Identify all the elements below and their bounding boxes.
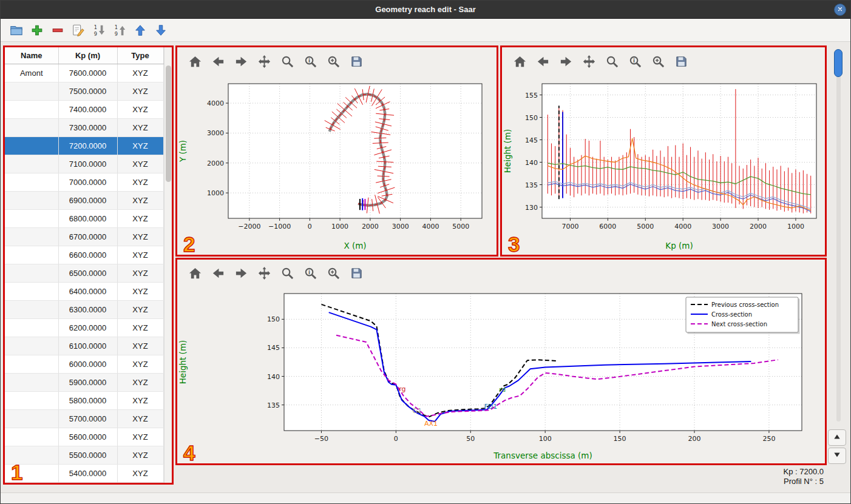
table-row[interactable]: 6800.0000XYZ bbox=[5, 209, 163, 227]
status-kp: Kp : 7200.0 bbox=[632, 467, 824, 477]
zoom-rect-button[interactable] bbox=[325, 52, 341, 70]
table-row[interactable]: 6900.0000XYZ bbox=[5, 191, 163, 209]
forward-icon bbox=[234, 266, 248, 280]
status-profil: Profil N° : 5 bbox=[632, 477, 824, 486]
zoom-button[interactable] bbox=[279, 264, 295, 282]
table-row[interactable]: 5700.0000XYZ bbox=[5, 409, 163, 428]
table-row[interactable]: 6500.0000XYZ bbox=[5, 264, 163, 282]
move-down-button[interactable] bbox=[152, 22, 169, 39]
table-row[interactable]: 7300.0000XYZ bbox=[5, 118, 163, 136]
window-title: Geometry reach edit - Saar bbox=[375, 5, 475, 14]
pan-button[interactable] bbox=[256, 52, 272, 70]
save-button[interactable] bbox=[673, 52, 689, 70]
zoom-info-button[interactable]: i bbox=[302, 264, 318, 282]
add-button[interactable] bbox=[29, 22, 46, 39]
table-row[interactable]: 7500.0000XYZ bbox=[5, 82, 163, 100]
back-button[interactable] bbox=[210, 264, 226, 282]
plan-view-toolbar: i bbox=[177, 47, 497, 75]
column-header-type[interactable]: Type bbox=[117, 47, 163, 64]
table-row[interactable]: 5900.0000XYZ bbox=[5, 373, 163, 391]
svg-text:140: 140 bbox=[525, 159, 538, 167]
save-icon bbox=[350, 55, 364, 69]
move-up-button[interactable] bbox=[132, 22, 149, 39]
table-row[interactable]: 6000.0000XYZ bbox=[5, 355, 163, 373]
triangle-up-icon bbox=[833, 432, 841, 443]
svg-text:4000: 4000 bbox=[674, 223, 691, 230]
table-scrollbar-thumb[interactable] bbox=[166, 66, 171, 182]
back-button[interactable] bbox=[535, 52, 551, 70]
table-row[interactable]: 7400.0000XYZ bbox=[5, 100, 163, 118]
cross-section-chart[interactable]: −50050100150200250135140145150Transverse… bbox=[177, 286, 825, 462]
zoom-info-button[interactable]: i bbox=[302, 52, 318, 70]
table-row[interactable]: 5600.0000XYZ bbox=[5, 428, 163, 446]
back-button[interactable] bbox=[210, 52, 226, 70]
zoom-button[interactable] bbox=[279, 52, 295, 70]
table-row[interactable]: 6100.0000XYZ bbox=[5, 337, 163, 355]
folder-open-button[interactable] bbox=[8, 22, 25, 39]
column-header-name[interactable]: Name bbox=[5, 47, 58, 64]
profiles-table: Name Kp (m) Type Amont7600.0000XYZ7500.0… bbox=[5, 47, 164, 483]
svg-text:1000: 1000 bbox=[331, 223, 348, 230]
svg-text:9: 9 bbox=[94, 31, 97, 37]
forward-button[interactable] bbox=[558, 52, 574, 70]
back-icon bbox=[211, 266, 225, 280]
pan-button[interactable] bbox=[256, 264, 272, 282]
save-button[interactable] bbox=[348, 264, 364, 282]
table-row[interactable]: 6600.0000XYZ bbox=[5, 246, 163, 264]
profile-slider-thumb[interactable] bbox=[834, 49, 843, 77]
svg-text:3000: 3000 bbox=[207, 129, 224, 137]
table-header-row: Name Kp (m) Type bbox=[5, 47, 163, 64]
table-row[interactable]: 7200.0000XYZ bbox=[5, 136, 163, 155]
forward-button[interactable] bbox=[233, 52, 249, 70]
status-lines: Kp : 7200.0 Profil N° : 5 bbox=[632, 467, 824, 486]
table-row[interactable]: 7100.0000XYZ bbox=[5, 155, 163, 173]
back-icon bbox=[536, 55, 550, 69]
zoom-button[interactable] bbox=[604, 52, 620, 70]
home-button[interactable] bbox=[512, 52, 527, 70]
table-row[interactable]: 5400.0000XYZ bbox=[5, 464, 163, 482]
plan-view-chart[interactable]: −2000−1000010002000300040005000100020003… bbox=[177, 75, 497, 252]
next-profile-button[interactable] bbox=[828, 448, 846, 464]
svg-text:rg: rg bbox=[399, 385, 405, 393]
sort-descending-button[interactable]: 19 bbox=[111, 22, 128, 39]
svg-text:135: 135 bbox=[267, 402, 280, 409]
svg-text:1: 1 bbox=[94, 24, 97, 30]
svg-text:i: i bbox=[308, 269, 310, 275]
previous-profile-button[interactable] bbox=[828, 429, 846, 446]
long-profile-chart[interactable]: 7000600050004000300020001000130135140145… bbox=[502, 75, 825, 252]
profile-slider-track[interactable] bbox=[836, 49, 841, 422]
pan-button[interactable] bbox=[581, 52, 597, 70]
zoom-rect-button[interactable] bbox=[325, 264, 341, 282]
table-row[interactable]: 5800.0000XYZ bbox=[5, 391, 163, 409]
edit-button[interactable] bbox=[70, 22, 87, 39]
home-button[interactable] bbox=[187, 264, 203, 282]
zoom-rect-button[interactable] bbox=[650, 52, 666, 70]
zoom-rect-icon bbox=[651, 55, 665, 69]
svg-text:155: 155 bbox=[525, 92, 538, 99]
table-row[interactable]: 6200.0000XYZ bbox=[5, 318, 163, 337]
save-button[interactable] bbox=[348, 52, 364, 70]
svg-text:150: 150 bbox=[614, 435, 626, 443]
table-row[interactable]: 6700.0000XYZ bbox=[5, 227, 163, 246]
table-row[interactable]: 5500.0000XYZ bbox=[5, 446, 163, 464]
table-scrollbar[interactable] bbox=[164, 47, 172, 483]
zoom-info-icon: i bbox=[303, 55, 317, 69]
zoom-info-button[interactable]: i bbox=[627, 52, 643, 70]
table-row[interactable]: 6300.0000XYZ bbox=[5, 300, 163, 318]
close-button[interactable] bbox=[834, 4, 846, 16]
svg-text:Transverse abscissa (m): Transverse abscissa (m) bbox=[493, 451, 592, 460]
table-row[interactable]: Amont7600.0000XYZ bbox=[5, 64, 163, 82]
svg-text:Previous cross-section: Previous cross-section bbox=[711, 301, 779, 308]
table-row[interactable]: 7000.0000XYZ bbox=[5, 173, 163, 191]
column-header-kp[interactable]: Kp (m) bbox=[58, 47, 117, 64]
home-button[interactable] bbox=[187, 52, 203, 70]
home-icon bbox=[513, 55, 527, 69]
svg-text:FD1: FD1 bbox=[484, 403, 497, 411]
status-bar bbox=[1, 492, 850, 503]
remove-button[interactable] bbox=[49, 22, 66, 39]
remove-icon bbox=[51, 24, 64, 37]
table-row[interactable]: 6400.0000XYZ bbox=[5, 282, 163, 300]
save-icon bbox=[674, 55, 688, 69]
forward-button[interactable] bbox=[233, 264, 249, 282]
sort-ascending-button[interactable]: 19 bbox=[90, 22, 107, 39]
